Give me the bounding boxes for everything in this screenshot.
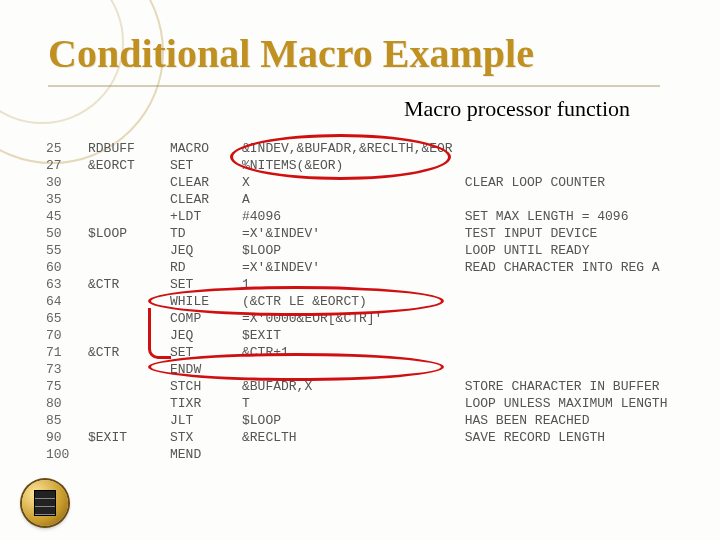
code-cell-lbl — [82, 191, 164, 208]
code-cell-cmt — [459, 310, 700, 327]
code-table: 25RDBUFFMACRO&INDEV,&BUFADR,&RECLTH,&EOR… — [40, 140, 700, 463]
code-cell-ln: 63 — [40, 276, 82, 293]
code-cell-lbl — [82, 174, 164, 191]
code-cell-arg: &CTR+1 — [236, 344, 459, 361]
code-cell-cmt: SAVE RECORD LENGTH — [459, 429, 700, 446]
code-cell-arg: =X'0000&EOR[&CTR]' — [236, 310, 459, 327]
code-cell-cmt: READ CHARACTER INTO REG A — [459, 259, 700, 276]
code-cell-cmt — [459, 191, 700, 208]
code-cell-op: SET — [164, 344, 236, 361]
code-cell-ln: 80 — [40, 395, 82, 412]
code-row: 85JLT$LOOP HAS BEEN REACHED — [40, 412, 700, 429]
slide-subtitle: Macro processor function — [404, 96, 630, 122]
code-cell-arg: X — [236, 174, 459, 191]
code-cell-op: SET — [164, 276, 236, 293]
code-cell-ln: 65 — [40, 310, 82, 327]
code-cell-ln: 75 — [40, 378, 82, 395]
code-row: 75STCH&BUFADR,XSTORE CHARACTER IN BUFFER — [40, 378, 700, 395]
code-cell-op: JEQ — [164, 327, 236, 344]
code-cell-op: MACRO — [164, 140, 236, 157]
code-cell-arg: %NITEMS(&EOR) — [236, 157, 459, 174]
code-cell-arg: #4096 — [236, 208, 459, 225]
code-cell-ln: 85 — [40, 412, 82, 429]
code-cell-arg: 1 — [236, 276, 459, 293]
code-cell-op: MEND — [164, 446, 236, 463]
code-cell-op: CLEAR — [164, 174, 236, 191]
code-cell-cmt: LOOP UNTIL READY — [459, 242, 700, 259]
code-cell-ln: 60 — [40, 259, 82, 276]
code-row: 60RD=X'&INDEV'READ CHARACTER INTO REG A — [40, 259, 700, 276]
code-cell-op: TIXR — [164, 395, 236, 412]
code-cell-cmt — [459, 446, 700, 463]
code-row: 63&CTRSET1 — [40, 276, 700, 293]
logo-bars-icon — [34, 490, 56, 516]
code-cell-lbl — [82, 412, 164, 429]
code-cell-cmt — [459, 293, 700, 310]
code-cell-arg — [236, 361, 459, 378]
code-cell-cmt — [459, 157, 700, 174]
code-cell-cmt: TEST INPUT DEVICE — [459, 225, 700, 242]
code-cell-arg: =X'&INDEV' — [236, 259, 459, 276]
code-cell-arg: (&CTR LE &EORCT) — [236, 293, 459, 310]
code-cell-cmt — [459, 327, 700, 344]
code-cell-arg: =X'&INDEV' — [236, 225, 459, 242]
code-row: 70JEQ$EXIT — [40, 327, 700, 344]
code-cell-ln: 45 — [40, 208, 82, 225]
code-cell-lbl — [82, 208, 164, 225]
code-cell-cmt — [459, 276, 700, 293]
code-row: 73ENDW — [40, 361, 700, 378]
code-row: 27&EORCTSET%NITEMS(&EOR) — [40, 157, 700, 174]
code-cell-op: RD — [164, 259, 236, 276]
code-cell-ln: 90 — [40, 429, 82, 446]
code-listing: 25RDBUFFMACRO&INDEV,&BUFADR,&RECLTH,&EOR… — [40, 140, 700, 510]
code-cell-op: CLEAR — [164, 191, 236, 208]
code-cell-lbl — [82, 446, 164, 463]
highlight-connector — [148, 308, 171, 359]
code-cell-lbl: $EXIT — [82, 429, 164, 446]
code-cell-ln: 50 — [40, 225, 82, 242]
code-cell-lbl — [82, 259, 164, 276]
code-cell-op: JEQ — [164, 242, 236, 259]
code-cell-ln: 25 — [40, 140, 82, 157]
code-cell-ln: 64 — [40, 293, 82, 310]
code-cell-arg: $EXIT — [236, 327, 459, 344]
code-cell-op: +LDT — [164, 208, 236, 225]
code-cell-arg: &BUFADR,X — [236, 378, 459, 395]
code-row: 64WHILE(&CTR LE &EORCT) — [40, 293, 700, 310]
code-cell-op: WHILE — [164, 293, 236, 310]
code-cell-cmt: STORE CHARACTER IN BUFFER — [459, 378, 700, 395]
code-cell-op: STCH — [164, 378, 236, 395]
code-cell-ln: 27 — [40, 157, 82, 174]
code-cell-ln: 30 — [40, 174, 82, 191]
code-cell-cmt: LOOP UNLESS MAXIMUM LENGTH — [459, 395, 700, 412]
code-cell-arg: $LOOP — [236, 242, 459, 259]
code-cell-lbl — [82, 361, 164, 378]
code-row: 80TIXRTLOOP UNLESS MAXIMUM LENGTH — [40, 395, 700, 412]
code-cell-cmt — [459, 140, 700, 157]
code-cell-arg: &INDEV,&BUFADR,&RECLTH,&EOR — [236, 140, 459, 157]
code-cell-lbl — [82, 378, 164, 395]
code-cell-ln: 70 — [40, 327, 82, 344]
code-cell-arg: &RECLTH — [236, 429, 459, 446]
code-cell-cmt — [459, 344, 700, 361]
code-cell-ln: 35 — [40, 191, 82, 208]
code-cell-arg: T — [236, 395, 459, 412]
code-cell-lbl: &EORCT — [82, 157, 164, 174]
code-cell-lbl: $LOOP — [82, 225, 164, 242]
code-row: 90$EXITSTX&RECLTHSAVE RECORD LENGTH — [40, 429, 700, 446]
code-cell-lbl — [82, 242, 164, 259]
code-cell-ln: 71 — [40, 344, 82, 361]
code-cell-lbl: RDBUFF — [82, 140, 164, 157]
code-cell-cmt: SET MAX LENGTH = 4096 — [459, 208, 700, 225]
code-row: 100MEND — [40, 446, 700, 463]
code-cell-cmt — [459, 361, 700, 378]
code-row: 50$LOOPTD=X'&INDEV'TEST INPUT DEVICE — [40, 225, 700, 242]
code-cell-ln: 100 — [40, 446, 82, 463]
code-cell-ln: 73 — [40, 361, 82, 378]
code-cell-arg — [236, 446, 459, 463]
code-cell-op: STX — [164, 429, 236, 446]
code-cell-cmt: HAS BEEN REACHED — [459, 412, 700, 429]
code-cell-op: ENDW — [164, 361, 236, 378]
code-cell-op: SET — [164, 157, 236, 174]
code-row: 55JEQ$LOOPLOOP UNTIL READY — [40, 242, 700, 259]
